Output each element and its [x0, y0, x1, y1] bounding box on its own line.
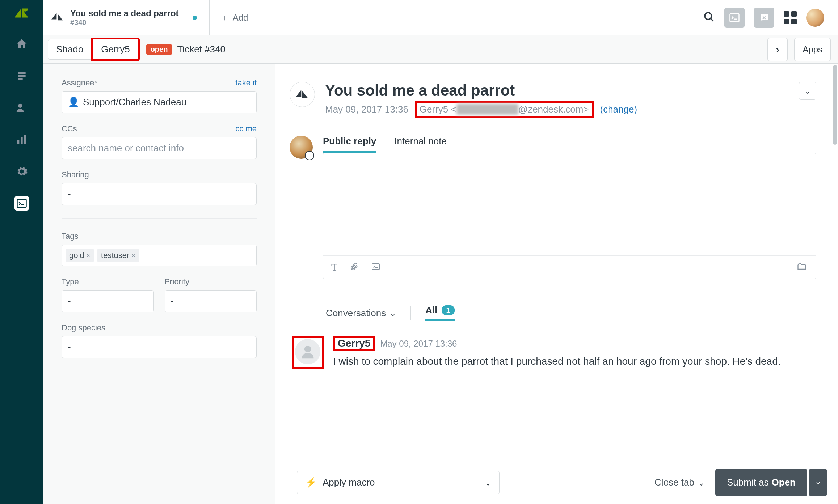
views-icon[interactable]: [14, 69, 29, 83]
conversations-all-tab[interactable]: All 1: [425, 305, 454, 321]
svg-point-14: [304, 346, 311, 352]
ccs-input[interactable]: [62, 137, 257, 159]
assignee-field[interactable]: 👤Support/Charles Nadeau: [62, 91, 257, 113]
svg-rect-3: [17, 140, 19, 144]
dog-species-select[interactable]: -: [62, 336, 257, 358]
svg-rect-13: [372, 264, 379, 270]
ticket-sidebar: Assignee* take it 👤Support/Charles Nadea…: [43, 64, 275, 504]
svg-point-2: [18, 104, 22, 108]
chevron-down-icon: [698, 477, 704, 488]
plus-icon: ＋: [220, 12, 229, 24]
chevron-down-icon: [389, 308, 396, 319]
ticket-title: You sold me a dead parrot: [325, 82, 637, 99]
ccs-label: CCs: [62, 124, 77, 134]
priority-select[interactable]: -: [165, 290, 257, 312]
status-badge-open: open: [146, 44, 172, 55]
conversations-dropdown[interactable]: Conversations: [326, 308, 396, 319]
svg-rect-10: [730, 13, 739, 22]
console-app-icon[interactable]: [724, 8, 745, 28]
reports-icon[interactable]: [14, 132, 29, 147]
svg-rect-4: [21, 137, 22, 144]
apps-grid-icon[interactable]: [784, 11, 797, 24]
unsaved-dot-icon: [193, 16, 197, 20]
message-author[interactable]: Gerry5: [338, 338, 370, 349]
svg-marker-7: [51, 13, 56, 19]
chevron-right-icon: [776, 43, 779, 56]
console-icon[interactable]: [14, 196, 29, 211]
ticket-footer: ⚡ Apply macro Close tab Submit as Open: [275, 461, 838, 504]
tags-field[interactable]: gold× testuser×: [62, 245, 257, 266]
sharing-select[interactable]: -: [62, 183, 257, 205]
chevron-down-icon: [485, 477, 491, 488]
change-requester-link[interactable]: (change): [600, 104, 637, 115]
type-select[interactable]: -: [62, 290, 154, 312]
home-icon[interactable]: [14, 37, 29, 51]
message-date: May 09, 2017 13:36: [380, 339, 457, 349]
submit-button[interactable]: Submit as Open: [715, 469, 807, 496]
scrollbar[interactable]: [831, 64, 838, 504]
submit-dropdown-button[interactable]: [809, 469, 827, 496]
apps-button[interactable]: Apps: [794, 38, 831, 61]
tag-gold[interactable]: gold×: [66, 249, 94, 262]
ticket-tab[interactable]: You sold me a dead parrot #340: [43, 0, 210, 35]
tab-subtitle: #340: [70, 18, 179, 27]
next-ticket-button[interactable]: [767, 38, 788, 61]
remove-tag-icon[interactable]: ×: [131, 252, 135, 259]
apps-tray-icon[interactable]: [796, 262, 808, 273]
settings-icon[interactable]: [14, 164, 29, 179]
breadcrumb-row: Shado Gerry5 open Ticket #340 Apps: [43, 35, 838, 64]
sharing-label: Sharing: [62, 170, 89, 179]
svg-marker-12: [302, 91, 308, 98]
requester-email-box: Gerry5 <xxxxxxx@zendesk.com>: [415, 101, 594, 118]
add-tab-button[interactable]: ＋ Add: [210, 0, 260, 35]
redacted-email-icon: xxxxxxx: [456, 104, 518, 115]
person-icon: 👤: [68, 97, 79, 107]
ticket-date: May 09, 2017 13:36: [325, 104, 408, 115]
left-nav-rail: [0, 0, 43, 504]
reply-editor[interactable]: T: [323, 153, 816, 279]
customers-icon[interactable]: [14, 101, 29, 115]
svg-marker-11: [296, 90, 301, 97]
close-tab-dropdown[interactable]: Close tab: [654, 477, 704, 488]
search-icon[interactable]: [703, 11, 715, 24]
tag-testuser[interactable]: testuser×: [97, 249, 139, 262]
attachment-icon[interactable]: [350, 262, 358, 273]
add-tab-label: Add: [233, 13, 248, 23]
chat-app-icon[interactable]: [754, 8, 774, 28]
conversation-count-badge: 1: [442, 305, 454, 315]
tags-label: Tags: [62, 232, 78, 241]
divider: [410, 306, 411, 320]
lightning-icon: ⚡: [305, 477, 317, 488]
chevron-down-icon: [804, 86, 811, 96]
agent-avatar: [290, 136, 313, 159]
tab-internal-note[interactable]: Internal note: [394, 136, 447, 153]
svg-rect-5: [24, 135, 26, 144]
cc-me-link[interactable]: cc me: [235, 124, 257, 134]
svg-rect-6: [17, 199, 26, 208]
dog-species-label: Dog species: [62, 323, 105, 332]
tab-public-reply[interactable]: Public reply: [323, 136, 376, 153]
top-tab-bar: You sold me a dead parrot #340 ＋ Add: [43, 0, 838, 35]
apply-macro-dropdown[interactable]: ⚡ Apply macro: [297, 471, 500, 494]
zendesk-logo-icon[interactable]: [15, 7, 28, 20]
svg-marker-8: [58, 13, 63, 20]
ticket-actions-dropdown[interactable]: [799, 82, 816, 100]
ticket-content: You sold me a dead parrot May 09, 2017 1…: [275, 64, 838, 504]
org-avatar-icon: [290, 82, 315, 107]
ticket-tab-icon: [51, 11, 64, 25]
type-label: Type: [62, 277, 79, 286]
breadcrumb-requester[interactable]: Gerry5: [91, 38, 139, 61]
requester-avatar-icon: [295, 339, 320, 364]
assignee-label: Assignee*: [62, 78, 97, 88]
take-it-link[interactable]: take it: [235, 78, 257, 88]
user-avatar[interactable]: [806, 9, 824, 27]
priority-label: Priority: [165, 277, 189, 286]
message-item: Gerry5 May 09, 2017 13:36 I wish to comp…: [275, 329, 838, 384]
remove-tag-icon[interactable]: ×: [87, 252, 90, 259]
macro-insert-icon[interactable]: [371, 262, 381, 272]
tab-title: You sold me a dead parrot: [70, 8, 179, 18]
chevron-down-icon: [815, 479, 821, 485]
text-format-icon[interactable]: T: [331, 262, 337, 273]
breadcrumb-org[interactable]: Shado: [48, 39, 92, 60]
breadcrumb-ticket-number: Ticket #340: [177, 44, 225, 55]
